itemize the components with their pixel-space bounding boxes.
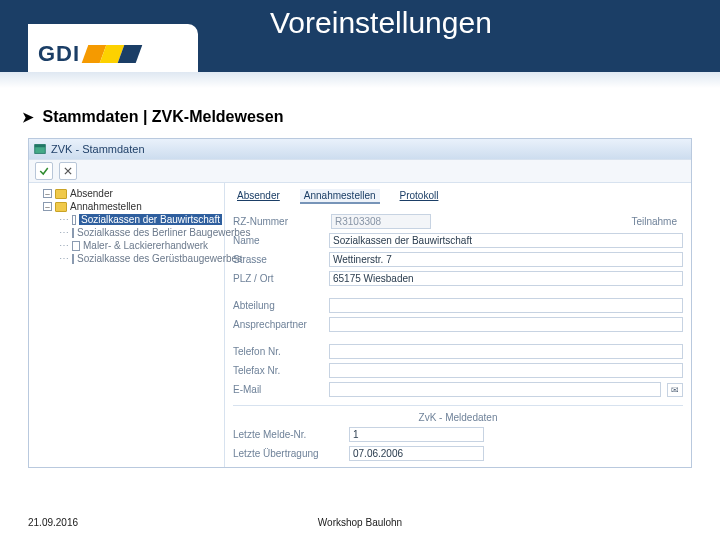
- collapse-icon[interactable]: –: [43, 202, 52, 211]
- tab-protokoll[interactable]: Protokoll: [396, 189, 443, 204]
- uebertrag-field[interactable]: [349, 446, 484, 461]
- logo-text: GDI: [38, 41, 80, 67]
- gdi-logo: GDI: [38, 41, 139, 67]
- confirm-button[interactable]: [35, 162, 53, 180]
- folder-icon: [55, 189, 67, 199]
- tree-absender[interactable]: – Absender: [43, 187, 222, 200]
- doc-icon: [72, 254, 74, 264]
- footer-center: Workshop Baulohn: [318, 517, 402, 528]
- doc-icon: [72, 215, 76, 225]
- email-label: E-Mail: [233, 384, 323, 395]
- doc-icon: [72, 228, 74, 238]
- tree-item[interactable]: ⋯Maler- & Lackiererhandwerk: [55, 239, 222, 252]
- window-title: ZVK - Stammdaten: [51, 143, 145, 155]
- window-toolbar: [29, 159, 691, 183]
- svg-rect-1: [35, 145, 46, 148]
- tree-item[interactable]: ⋯Sozialkasse des Gerüstbaugewerbes: [55, 252, 222, 265]
- slide-title: Voreinstellungen: [270, 6, 492, 40]
- abteilung-label: Abteilung: [233, 300, 323, 311]
- meldenr-field[interactable]: [349, 427, 484, 442]
- fax-field[interactable]: [329, 363, 683, 378]
- uebertrag-label: Letzte Übertragung: [233, 448, 343, 459]
- tab-annahmestellen[interactable]: Annahmestellen: [300, 189, 380, 204]
- ansprech-label: Ansprechpartner: [233, 319, 323, 330]
- tree-annahmestellen[interactable]: – Annahmestellen: [43, 200, 222, 213]
- strasse-label: Strasse: [233, 254, 323, 265]
- collapse-icon[interactable]: –: [43, 189, 52, 198]
- tree-item[interactable]: ⋯Sozialkassen der Bauwirtschaft: [55, 213, 222, 226]
- tel-label: Telefon Nr.: [233, 346, 323, 357]
- rz-field: [331, 214, 431, 229]
- nav-tree[interactable]: – Absender – Annahmestellen ⋯Sozialkasse…: [29, 183, 225, 467]
- logo-stripes: [85, 45, 139, 63]
- name-label: Name: [233, 235, 323, 246]
- form-panel: Absender Annahmestellen Protokoll RZ-Num…: [225, 183, 691, 467]
- ansprech-field[interactable]: [329, 317, 683, 332]
- meldenr-label: Letzte Melde-Nr.: [233, 429, 343, 440]
- doc-icon: [72, 241, 80, 251]
- window-icon: [33, 142, 47, 156]
- cancel-button[interactable]: [59, 162, 77, 180]
- tab-absender[interactable]: Absender: [233, 189, 284, 204]
- teilnahme-label: Teilnahme: [631, 216, 677, 227]
- footer-date: 21.09.2016: [28, 517, 78, 528]
- fax-label: Telefax Nr.: [233, 365, 323, 376]
- section-text: Stammdaten | ZVK-Meldewesen: [42, 108, 283, 125]
- meldedaten-header: ZvK - Meldedaten: [233, 412, 683, 423]
- abteilung-field[interactable]: [329, 298, 683, 313]
- plz-field[interactable]: [329, 271, 683, 286]
- rz-label: RZ-Nummer: [233, 216, 323, 227]
- section-heading: ➤ Stammdaten | ZVK-Meldewesen: [22, 108, 283, 126]
- divider: [233, 405, 683, 406]
- tab-bar: Absender Annahmestellen Protokoll: [233, 189, 683, 204]
- tel-field[interactable]: [329, 344, 683, 359]
- section-arrow-icon: ➤: [22, 109, 34, 125]
- plz-label: PLZ / Ort: [233, 273, 323, 284]
- email-field[interactable]: [329, 382, 661, 397]
- strasse-field[interactable]: [329, 252, 683, 267]
- header-gradient: [0, 72, 720, 88]
- folder-icon: [55, 202, 67, 212]
- window-titlebar: ZVK - Stammdaten: [29, 139, 691, 159]
- name-field[interactable]: [329, 233, 683, 248]
- zvk-window: ZVK - Stammdaten – Absender – Annahmeste…: [28, 138, 692, 468]
- slide-footer: 21.09.2016 Workshop Baulohn: [28, 517, 692, 528]
- tree-item[interactable]: ⋯Sozialkasse des Berliner Baugewerbes: [55, 226, 222, 239]
- email-picker-button[interactable]: ✉: [667, 383, 683, 397]
